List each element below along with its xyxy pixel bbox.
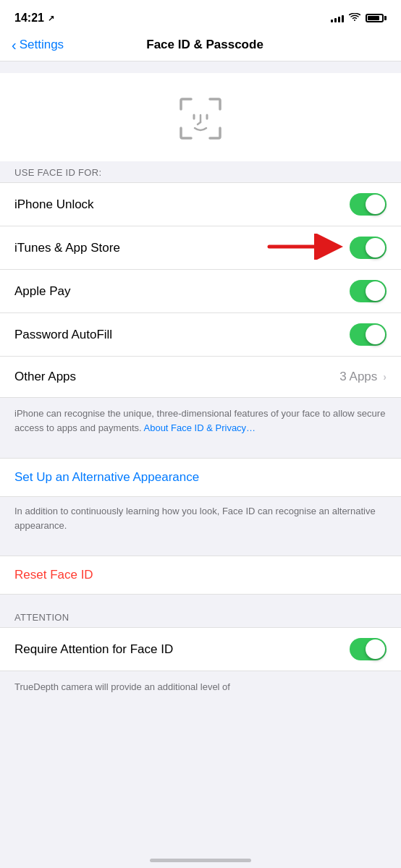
other-apps-row[interactable]: Other Apps 3 Apps › [0, 357, 401, 397]
bottom-note: TrueDepth camera will provide an additio… [0, 671, 401, 706]
password-autofill-label: Password AutoFill [14, 328, 112, 342]
other-apps-right: 3 Apps › [339, 370, 387, 384]
alternative-appearance-button[interactable]: Set Up an Alternative Appearance [0, 459, 401, 496]
bottom-note-text: TrueDepth camera will provide an additio… [14, 681, 230, 692]
status-icons [331, 12, 387, 24]
time-display: 14:21 [14, 12, 44, 25]
status-bar: 14:21 ↗ [0, 0, 401, 32]
chevron-right-icon: › [383, 371, 387, 383]
itunes-app-store-toggle[interactable] [350, 237, 387, 259]
password-autofill-toggle[interactable] [350, 323, 387, 346]
other-apps-value: 3 Apps [339, 370, 377, 384]
iphone-unlock-toggle[interactable] [350, 193, 387, 216]
face-id-settings-list: iPhone Unlock iTunes & App Store Apple P… [0, 182, 401, 398]
apple-pay-row: Apple Pay [0, 270, 401, 313]
toggle-knob [366, 195, 385, 214]
toggle-knob [366, 325, 385, 344]
iphone-unlock-row: iPhone Unlock [0, 183, 401, 226]
other-apps-label: Other Apps [14, 370, 76, 384]
require-attention-row: Require Attention for Face ID [0, 628, 401, 671]
reset-face-id-button[interactable]: Reset Face ID [0, 556, 401, 594]
red-arrow-indicator [262, 234, 349, 263]
apple-pay-toggle[interactable] [350, 280, 387, 302]
wifi-icon [349, 12, 360, 24]
password-autofill-row: Password AutoFill [0, 313, 401, 357]
face-id-icon [175, 93, 226, 144]
attention-section: ATTENTION Require Attention for Face ID [0, 606, 401, 671]
toggle-knob [366, 238, 385, 258]
face-id-privacy-link[interactable]: About Face ID & Privacy… [144, 422, 256, 433]
alternative-appearance-section: Set Up an Alternative Appearance [0, 458, 401, 497]
attention-header: ATTENTION [0, 606, 401, 627]
require-attention-label: Require Attention for Face ID [14, 642, 173, 657]
battery-icon [366, 14, 387, 22]
iphone-unlock-label: iPhone Unlock [14, 197, 94, 212]
location-icon: ↗ [48, 14, 54, 23]
signal-bars-icon [331, 14, 344, 22]
home-indicator [150, 859, 251, 862]
require-attention-toggle[interactable] [350, 638, 387, 660]
chevron-left-icon: ‹ [12, 38, 17, 52]
reset-face-id-section: Reset Face ID [0, 556, 401, 595]
face-id-icon-section [0, 73, 401, 161]
face-id-description: iPhone can recognise the unique, three-d… [0, 398, 401, 446]
status-time: 14:21 ↗ [14, 12, 54, 25]
attention-settings-list: Require Attention for Face ID [0, 627, 401, 671]
itunes-app-store-row: iTunes & App Store [0, 226, 401, 270]
svg-line-3 [198, 122, 200, 124]
use-face-id-header: USE FACE ID FOR: [0, 161, 401, 182]
toggle-knob [366, 281, 385, 301]
itunes-app-store-label: iTunes & App Store [14, 241, 120, 255]
page-title: Face ID & Passcode [20, 38, 389, 52]
alternative-appearance-description: In addition to continuously learning how… [0, 497, 401, 544]
toggle-knob [366, 639, 385, 659]
apple-pay-label: Apple Pay [14, 284, 71, 299]
nav-bar: ‹ Settings Face ID & Passcode [0, 32, 401, 61]
